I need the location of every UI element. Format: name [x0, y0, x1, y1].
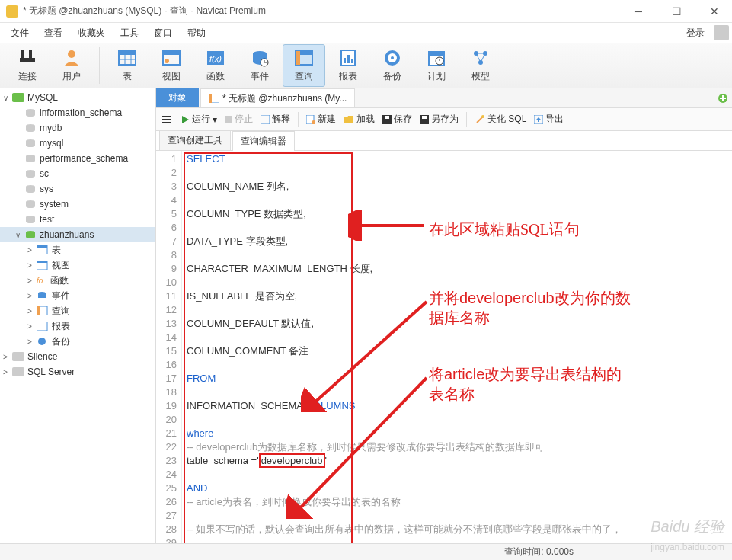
play-icon [181, 115, 190, 124]
menu-tools[interactable]: 工具 [113, 24, 146, 43]
tree-db-test[interactable]: test [0, 212, 155, 227]
menu-view[interactable]: 查看 [37, 24, 70, 43]
tree-tables[interactable]: >表 [0, 242, 155, 258]
svg-text:f(x): f(x) [209, 54, 222, 63]
explain-button[interactable]: 解释 [261, 113, 290, 126]
svg-rect-2 [20, 58, 35, 62]
inner-tabs: 查询创建工具 查询编辑器 [156, 131, 732, 151]
svg-rect-74 [37, 322, 47, 331]
svg-rect-24 [351, 59, 353, 63]
toolbar-table[interactable]: 表 [106, 44, 149, 87]
tree-functions[interactable]: >fo函数 [0, 273, 155, 288]
add-tab-button[interactable] [714, 88, 732, 107]
tab-builder[interactable]: 查询创建工具 [159, 130, 231, 150]
tree-db-performance_schema[interactable]: performance_schema [0, 151, 155, 166]
toolbar-report[interactable]: 报表 [327, 44, 369, 87]
svg-rect-87 [225, 116, 232, 123]
svg-point-62 [26, 220, 35, 223]
menu-help[interactable]: 帮助 [180, 24, 213, 43]
svg-line-36 [476, 53, 481, 62]
tree-db-system[interactable]: system [0, 197, 155, 212]
sidebar[interactable]: ∨ MySQL information_schemamydbmysqlperfo… [0, 88, 156, 543]
tree-db-mydb[interactable]: mydb [0, 120, 155, 136]
toolbar-query[interactable]: 查询 [283, 44, 325, 87]
login-link[interactable]: 登录 [680, 24, 711, 43]
toolbar-backup[interactable]: 备份 [371, 44, 414, 87]
svg-rect-92 [385, 116, 389, 119]
content-area: 对象 * 无标题 @zhuanzhuans (My... 运行 ▾ 停止 解释 … [156, 88, 732, 543]
svg-marker-98 [536, 117, 541, 122]
tree-db-zhuanzhuans[interactable]: ∨ zhuanzhuans [0, 227, 155, 242]
svg-rect-38 [12, 93, 24, 102]
toolbar-event[interactable]: 事件 [238, 44, 281, 87]
svg-rect-71 [38, 293, 46, 298]
app-icon [6, 5, 18, 18]
minimize-button[interactable]: ─ [627, 5, 650, 18]
saveas-icon [420, 115, 429, 124]
menu-file[interactable]: 文件 [3, 24, 37, 43]
folder-icon [344, 115, 354, 124]
query-time: 查询时间: 0.000s [504, 546, 574, 558]
hamburger-button[interactable] [161, 114, 173, 125]
save-icon [382, 115, 392, 124]
load-button[interactable]: 加载 [344, 113, 375, 126]
tree-events[interactable]: >事件 [0, 288, 155, 303]
beautify-button[interactable]: 美化 SQL [475, 113, 526, 126]
mysql-icon [12, 93, 24, 102]
svg-point-75 [38, 338, 46, 345]
svg-rect-73 [37, 306, 40, 315]
tree-db-sc[interactable]: sc [0, 166, 155, 181]
explain-icon [261, 115, 270, 124]
sql-editor[interactable]: 1234567891011121314151617181920212223242… [156, 151, 732, 543]
backup-icon [382, 47, 403, 69]
save-button[interactable]: 保存 [382, 113, 412, 126]
table-icon [117, 47, 138, 69]
toolbar-connect[interactable]: 连接 [6, 44, 49, 87]
svg-rect-69 [37, 261, 47, 263]
tree-db-information_schema[interactable]: information_schema [0, 105, 155, 120]
tab-strip: 对象 * 无标题 @zhuanzhuans (My... [156, 88, 732, 108]
new-button[interactable]: 新建 [306, 113, 336, 126]
toolbar-model[interactable]: 模型 [459, 44, 502, 87]
run-button[interactable]: 运行 ▾ [181, 113, 217, 126]
saveas-button[interactable]: 另存为 [420, 113, 459, 126]
tree-backups[interactable]: >备份 [0, 334, 155, 349]
maximize-button[interactable]: ☐ [665, 5, 688, 18]
svg-point-47 [26, 144, 35, 147]
tree-connection-mysql[interactable]: ∨ MySQL [0, 90, 155, 105]
tab-query[interactable]: * 无标题 @zhuanzhuans (My... [200, 88, 355, 107]
svg-rect-88 [261, 115, 270, 124]
tree-connection-sqlserver[interactable]: >SQL Server [0, 364, 155, 379]
svg-rect-10 [163, 51, 180, 55]
tree-db-sys[interactable]: sys [0, 181, 155, 197]
tree-queries[interactable]: >查询 [0, 303, 155, 318]
toolbar-view[interactable]: 视图 [150, 44, 193, 87]
svg-rect-76 [12, 352, 24, 361]
tab-objects[interactable]: 对象 [156, 88, 199, 107]
report-icon [337, 47, 359, 69]
tab-editor[interactable]: 查询编辑器 [232, 131, 295, 151]
toolbar-schedule[interactable]: 计划 [415, 44, 458, 87]
svg-rect-22 [344, 58, 346, 63]
svg-point-50 [26, 159, 35, 162]
menu-window[interactable]: 窗口 [146, 24, 180, 43]
svg-rect-20 [296, 51, 300, 65]
tree-views[interactable]: >视图 [0, 258, 155, 273]
toolbar-user[interactable]: 用户 [50, 44, 93, 87]
svg-point-41 [26, 114, 35, 117]
avatar[interactable] [714, 25, 729, 40]
menu-favorites[interactable]: 收藏夹 [70, 24, 113, 43]
export-button[interactable]: 导出 [534, 113, 564, 126]
toolbar-function[interactable]: f(x) 函数 [194, 44, 237, 87]
svg-rect-67 [37, 245, 47, 248]
view-icon [161, 47, 182, 69]
tree-connection-silence[interactable]: >Silence [0, 349, 155, 364]
tree-reports[interactable]: >报表 [0, 318, 155, 334]
svg-point-11 [165, 59, 169, 63]
plug-icon [17, 47, 38, 69]
stop-button[interactable]: 停止 [225, 113, 253, 126]
tree-db-mysql[interactable]: mysql [0, 136, 155, 151]
close-button[interactable]: ✕ [703, 5, 726, 18]
svg-rect-77 [12, 367, 24, 376]
svg-rect-1 [29, 50, 32, 58]
